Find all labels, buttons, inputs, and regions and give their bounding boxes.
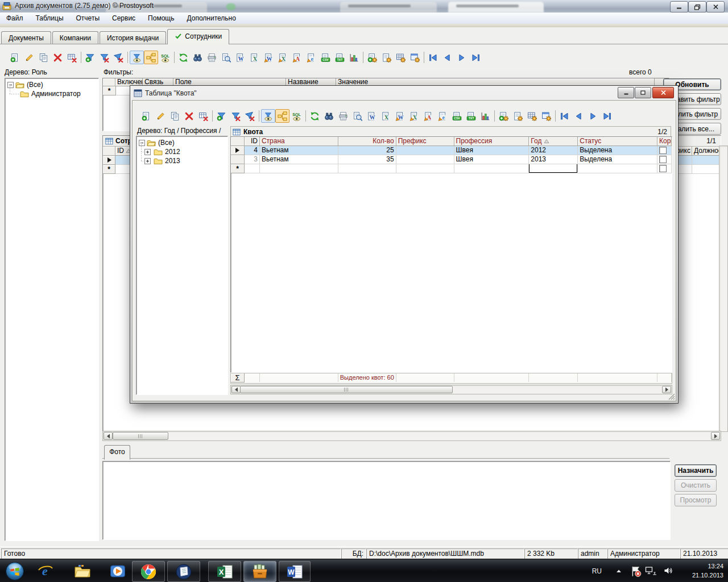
template-excel-button[interactable]: X [407, 109, 421, 123]
taskbar-wmp-button[interactable] [104, 561, 132, 581]
dialog-tree-item-1[interactable]: 2012 [136, 147, 228, 156]
quota-column-2[interactable]: Кол-во [338, 137, 396, 146]
network-icon[interactable] [645, 566, 657, 576]
taskbar-ie-button[interactable]: e [33, 561, 58, 581]
export-csv-button[interactable]: CSV [318, 51, 333, 64]
taskbar-word-button[interactable]: W [279, 561, 311, 582]
edit-record-button[interactable] [154, 109, 168, 123]
hidden-icons-button[interactable] [615, 569, 622, 573]
delete-found-button[interactable] [196, 109, 210, 123]
quota-cell-2[interactable]: 35 [338, 155, 396, 164]
show-filter-button[interactable] [130, 51, 144, 64]
delete-record-button[interactable] [51, 51, 65, 64]
copy-record-button[interactable] [168, 109, 182, 123]
quota-cell-3[interactable] [396, 146, 454, 155]
quota-cell-7[interactable] [657, 164, 672, 173]
photo-button-0[interactable]: Назначить [675, 464, 717, 477]
quota-cell-0[interactable]: 4 [245, 146, 260, 155]
employees-vscrollbar[interactable] [719, 146, 728, 432]
template-word-button[interactable]: W [393, 109, 407, 123]
menu-item-1[interactable]: Таблицы [30, 13, 70, 24]
row-checkbox[interactable] [659, 165, 667, 172]
quota-column-3[interactable]: Префикс [396, 137, 454, 146]
window-minimize-button[interactable] [670, 1, 688, 13]
nav-first-button[interactable] [557, 109, 572, 123]
print-button[interactable] [336, 109, 350, 123]
nav-prev-button[interactable] [572, 109, 586, 123]
quota-cell-1[interactable]: Вьетнам [260, 146, 338, 155]
refresh-button[interactable] [308, 109, 322, 123]
settings-grid-button[interactable] [525, 109, 539, 123]
nav-first-button[interactable] [426, 51, 440, 64]
quota-cell-5[interactable]: 2012 [529, 146, 578, 155]
action-center-icon[interactable] [630, 566, 642, 577]
expand-toggle[interactable] [144, 149, 151, 155]
template-excel-button[interactable]: X [276, 51, 290, 64]
scroll-left-button[interactable] [231, 386, 241, 393]
employees-hscrollbar[interactable] [102, 431, 721, 441]
show-sql-button[interactable]: SQL [289, 109, 304, 123]
tab-2[interactable]: История выдачи [100, 31, 166, 44]
settings-grid-button[interactable] [394, 51, 408, 64]
filter-remove-button[interactable] [97, 51, 111, 64]
export-word-button[interactable]: W [233, 51, 247, 64]
scroll-thumb[interactable] [113, 432, 168, 440]
scroll-right-button[interactable] [711, 432, 720, 440]
quota-cell-5[interactable]: 2013 [529, 155, 578, 164]
quota-cell-4[interactable] [454, 164, 530, 173]
find-button[interactable] [322, 109, 336, 123]
menu-item-5[interactable]: Дополнительно [180, 13, 242, 24]
role-tree-item-0[interactable]: (Все) [5, 80, 98, 89]
taskbar-prostoysoft-button[interactable] [167, 561, 200, 582]
quota-cell-3[interactable] [396, 164, 454, 173]
dialog-minimize-button[interactable] [618, 87, 634, 98]
add-record-button[interactable] [139, 109, 154, 123]
employees-cell[interactable] [692, 156, 719, 165]
employees-cell[interactable] [692, 165, 719, 174]
tab-3[interactable]: Сотрудники [167, 29, 229, 44]
export-csv-button[interactable]: CSV [450, 109, 464, 123]
export-txt-button[interactable]: TXT [333, 51, 347, 64]
quota-cell-6[interactable]: Выделена [578, 146, 657, 155]
taskbar-chrome-button[interactable] [132, 561, 165, 582]
export-excel-button[interactable]: X [379, 109, 393, 123]
export-rtf-button[interactable]: A [290, 51, 304, 64]
filter-add-button[interactable] [214, 109, 229, 123]
filter-remove-all-button[interactable] [243, 109, 257, 123]
menu-item-3[interactable]: Сервис [106, 13, 142, 24]
dialog-close-button[interactable] [652, 87, 674, 98]
quota-hscrollbar[interactable] [230, 385, 672, 394]
dialog-tree-item-2[interactable]: 2013 [136, 156, 228, 165]
refresh-button[interactable] [176, 51, 191, 64]
quota-cell-1[interactable] [260, 164, 338, 173]
tab-1[interactable]: Компании [52, 31, 98, 44]
taskbar-archive-button[interactable] [243, 561, 276, 582]
window-close-button[interactable] [706, 1, 725, 13]
settings-add-button[interactable] [365, 51, 379, 64]
taskbar-excel-button[interactable]: X [208, 561, 241, 582]
quota-column-1[interactable]: Страна [260, 137, 338, 146]
filter-remove-button[interactable] [229, 109, 243, 123]
filter-remove-all-button[interactable] [111, 51, 126, 64]
quota-row[interactable]: 3Вьетнам35Швея2013Выделена [231, 155, 672, 164]
employees-column-position[interactable]: Должность [692, 147, 719, 156]
quota-cell-6[interactable] [578, 164, 657, 173]
chart-button[interactable] [347, 51, 361, 64]
tab-photo[interactable]: Фото [104, 445, 130, 460]
language-indicator[interactable]: RU [592, 559, 602, 582]
quota-column-0[interactable]: ID [245, 137, 260, 146]
nav-prev-button[interactable] [440, 51, 454, 64]
menu-item-2[interactable]: Отчеты [70, 13, 106, 24]
quota-cell-1[interactable]: Вьетнам [260, 155, 338, 164]
scroll-thumb[interactable] [240, 386, 453, 393]
nav-last-button[interactable] [600, 109, 614, 123]
menu-item-0[interactable]: Файл [0, 13, 30, 24]
settings-report-button[interactable] [511, 109, 525, 123]
quota-cell-0[interactable] [245, 164, 260, 173]
quota-cell-5[interactable] [529, 164, 578, 173]
quota-new-row[interactable]: * [231, 164, 672, 173]
role-tree-item-1[interactable]: Администратор [5, 89, 98, 98]
print-button[interactable] [205, 51, 219, 64]
filter-add-button[interactable] [83, 51, 97, 64]
quota-cell-6[interactable]: Выделена [578, 155, 657, 164]
